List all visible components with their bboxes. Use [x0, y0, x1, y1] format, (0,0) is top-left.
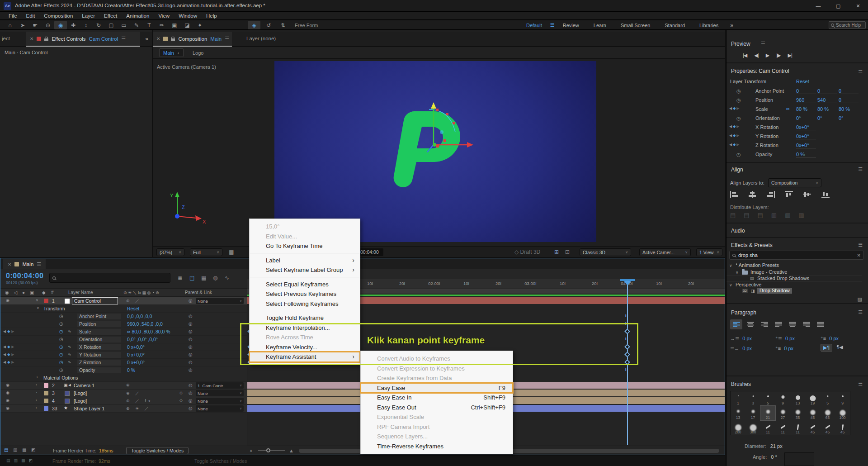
menu-item[interactable]: File [5, 13, 21, 19]
stopwatch-icon[interactable]: ◷ [736, 88, 741, 94]
property-value[interactable]: 0x+0° [796, 143, 816, 148]
align-left-button[interactable] [730, 191, 738, 198]
toggle-switches-modes-button[interactable]: Toggle Switches / Modes [126, 447, 189, 454]
brush-preset[interactable]: 200 [731, 420, 745, 435]
pick-whip-icon[interactable]: ◎ [189, 314, 193, 319]
stopwatch-icon[interactable]: ◷ [59, 352, 63, 357]
close-tab-icon[interactable]: ✕ [8, 262, 11, 267]
space-before-field[interactable]: ⁺≡ 0 px [821, 336, 839, 342]
property-row[interactable]: ◀◆▶ ◷ ∿ Z Rotation 0 x+0,0° ◎ [0, 359, 247, 366]
next-frame-button[interactable]: |▶ [776, 52, 780, 58]
property-value[interactable]: 80 % [817, 106, 837, 112]
distribute-buttons[interactable]: ▤▤▤▥▥▥ [730, 212, 812, 219]
submenu-item[interactable]: RPF Camera Import [361, 422, 513, 432]
twirl-icon[interactable]: › [36, 383, 37, 387]
label-color-swatch[interactable] [44, 399, 48, 403]
property-value[interactable]: 960 [796, 97, 816, 103]
stopwatch-icon[interactable]: ◷ [59, 314, 63, 319]
effect-controls-tab[interactable]: ✕ Effect Controls Cam Control ☰ [26, 32, 140, 47]
property-value[interactable]: 0 x+0,0° [127, 344, 145, 350]
property-row[interactable]: ◀◆▶ ◷ ∿ Y Rotation 0 x+0,0° ◎ [0, 351, 247, 359]
twirl-icon[interactable]: ∨ [36, 298, 38, 302]
home-tool[interactable]: ⌂ [4, 21, 16, 29]
label-color-swatch[interactable] [44, 299, 48, 303]
property-value[interactable]: 0 [839, 88, 859, 94]
keyframe-zrot-icon[interactable] [624, 359, 630, 365]
timeline-search-input[interactable] [49, 273, 170, 283]
selection-tool[interactable]: ➤ [16, 21, 29, 29]
zoom-out-mountain-icon[interactable]: ▴ [250, 448, 252, 452]
rtl-paragraph-button[interactable]: ¶◀ [834, 344, 845, 352]
local-axis-mode-icon[interactable]: ◈ [248, 21, 260, 29]
reset-transform-button[interactable]: Reset [796, 79, 809, 84]
extended-viewer-icon[interactable]: ⊡ [565, 249, 570, 255]
layer-name-column[interactable]: Layer Name [68, 290, 93, 295]
layer-row-cam-control[interactable]: ◉ ∨ 1 Cam Control ⊕ ／ ◎ None∨ [0, 297, 247, 305]
submenu-item[interactable]: Exponential Scale [361, 412, 513, 422]
keyframe-nav-icon[interactable]: ◀◆▶ [729, 143, 740, 147]
tree-item-stacked-drop-shadows[interactable]: ▤ Stacked Drop Shadows [726, 275, 862, 281]
pick-whip-icon[interactable]: ◎ [189, 298, 193, 303]
property-value[interactable]: 0,0° ,0,0° ,0,0° [127, 337, 158, 342]
submenu-item[interactable]: Create Keyframes from Data [361, 373, 513, 383]
align-bottom-button[interactable] [821, 191, 830, 198]
timeline-tab-main[interactable]: ✕ Main ☰ [3, 259, 46, 269]
brush-preset[interactable]: 27 [775, 406, 790, 420]
twirl-icon[interactable]: › [36, 398, 37, 402]
material-options-row[interactable]: › Material Options [0, 374, 247, 382]
property-value[interactable]: 0 [839, 97, 859, 103]
brush-preset[interactable]: 9 [835, 391, 850, 406]
property-value[interactable]: 0 % [796, 152, 816, 157]
view-count-dropdown[interactable]: 1 View∨ [696, 248, 722, 256]
link-dimensions-icon[interactable]: ∞ [786, 106, 790, 111]
brush-preset[interactable]: 13 [731, 406, 745, 420]
brush-preset[interactable]: 11 [775, 420, 790, 435]
collapse-transform-icon[interactable]: ◇ [179, 398, 183, 403]
reset-button[interactable]: Reset [127, 306, 139, 311]
context-menu-item[interactable]: Select Equal Keyframes [250, 280, 360, 290]
eye-icon[interactable]: ◉ [6, 406, 9, 410]
collapse-transform-icon[interactable]: ◇ [179, 390, 183, 395]
layer-transform-group[interactable]: Layer Transform [730, 79, 766, 84]
composition-viewer[interactable]: Active Camera (Camera 1) [153, 59, 725, 247]
justify-last-left-button[interactable] [772, 319, 784, 329]
frame-blending-icon[interactable]: ▦ [201, 275, 206, 281]
keyframe-nav-icon[interactable]: ◀◆▶ [3, 360, 15, 364]
view-layout-dropdown[interactable]: Active Camer...∨ [639, 248, 691, 256]
align-center-text-button[interactable] [744, 319, 756, 329]
clear-search-icon[interactable]: ✕ [857, 253, 861, 258]
submenu-item[interactable]: Easy Ease Out Ctrl+Shift+F9 [361, 403, 513, 413]
transform-group-row[interactable]: ∨ Transform Reset [0, 305, 247, 313]
layer-switches[interactable]: ⊕ ／ [126, 390, 142, 396]
label-color-swatch[interactable] [44, 391, 48, 395]
property-row[interactable]: ◀◆▶ ◷ ∿ Anchor Point 0,0 ,0,0 ,0,0 ◎ [0, 313, 247, 320]
submenu-item[interactable]: Time-Reverse Keyframes [361, 442, 513, 452]
menu-item[interactable]: Animation [122, 13, 153, 19]
property-value[interactable]: ∞ 80,0 ,80,0 ,80,0 % [127, 329, 170, 334]
close-tab-icon[interactable]: ✕ [30, 36, 33, 41]
brush-preset[interactable]: 45 [805, 420, 820, 435]
paragraph-menu-icon[interactable]: ☰ [858, 309, 863, 315]
property-value[interactable]: 0x+0° [796, 124, 816, 130]
brush-preset[interactable]: 13 [790, 391, 805, 406]
property-row[interactable]: ◀◆▶ ◷ ∿ X Rotation 0 x+0,0° ◎ [0, 343, 247, 351]
property-value[interactable]: 540 [817, 97, 837, 103]
brush-preset[interactable]: 45 [820, 420, 835, 435]
parent-dropdown[interactable]: 1. Cam Contr...∨ [196, 382, 244, 389]
view-axis-mode-icon[interactable]: ⇅ [277, 21, 289, 29]
pick-whip-icon[interactable]: ◎ [189, 406, 193, 411]
close-tab-icon[interactable]: ✕ [156, 36, 160, 41]
layer-switches[interactable]: ⊕ ／ fx [126, 398, 153, 404]
property-value[interactable]: 0,0 ,0,0 ,0,0 [127, 314, 152, 319]
layer-row-logo-3[interactable]: ◉ › 3 [Logo] ⊕ ／ ◇ ◎ None∨ [0, 390, 247, 397]
menu-item[interactable]: Layer [78, 13, 99, 19]
close-button[interactable]: ✕ [848, 0, 868, 12]
brush-preset[interactable]: 5 [820, 391, 835, 406]
property-value[interactable]: 0x+0° [796, 133, 816, 139]
property-value[interactable]: 0 % [127, 367, 135, 373]
align-left-text-button[interactable] [730, 319, 742, 329]
rectangle-tool[interactable]: ▭ [118, 21, 130, 29]
submenu-item[interactable]: Easy Ease In Shift+F9 [361, 393, 513, 403]
eraser-tool[interactable]: ◪ [181, 21, 193, 29]
brush-angle-value[interactable]: 0 ° [771, 454, 777, 460]
